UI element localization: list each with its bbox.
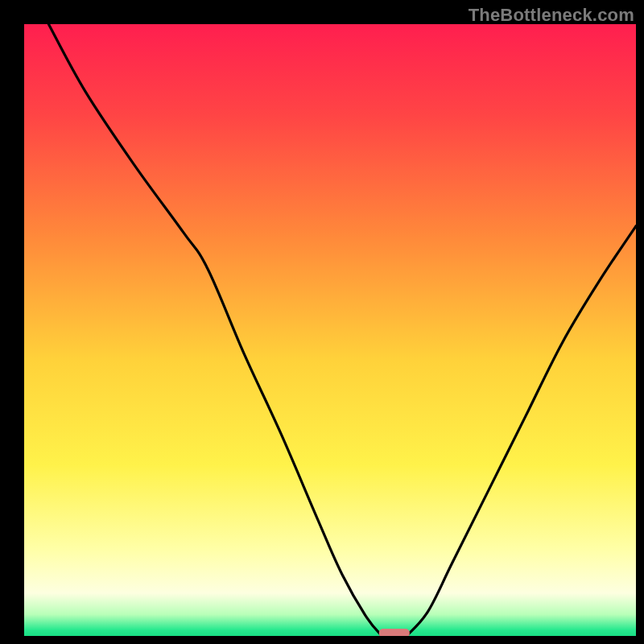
bottleneck-chart	[0, 0, 644, 644]
gradient-background	[24, 24, 636, 636]
optimal-marker	[379, 629, 410, 638]
watermark-text: TheBottleneck.com	[469, 5, 634, 26]
